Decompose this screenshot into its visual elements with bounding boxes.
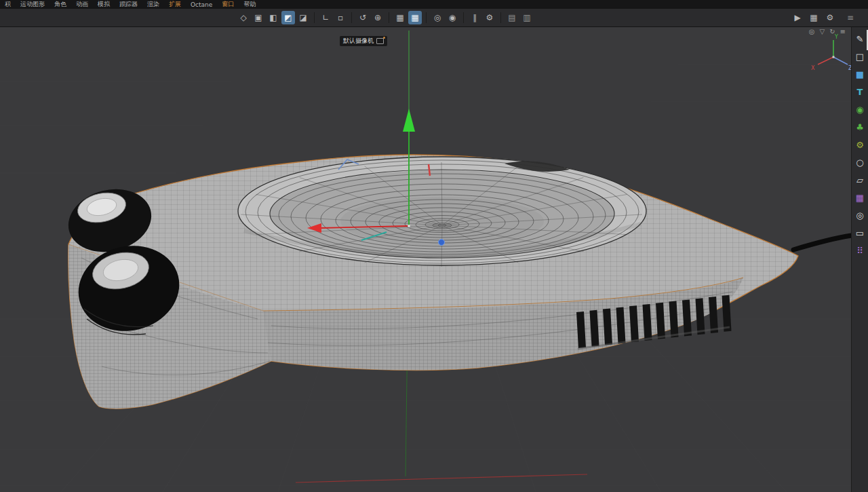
wireframe-model[interactable] xyxy=(62,155,851,409)
axis-orientation-gizmo[interactable]: Y X Z xyxy=(811,34,851,71)
menu-item-render[interactable]: 渲染 xyxy=(142,0,164,9)
toolbar-separator xyxy=(389,12,389,23)
layout-icon[interactable]: ≡ xyxy=(844,11,857,24)
axis-x-label: X xyxy=(811,65,815,71)
power-cable xyxy=(793,235,851,250)
camera-label-text: 默认摄像机 xyxy=(343,37,374,45)
viewport-menu-icon[interactable]: ≡ xyxy=(840,28,846,35)
quantize-icon[interactable]: ▦ xyxy=(408,11,422,24)
gizmo-center[interactable] xyxy=(408,225,410,227)
tweak-mode-icon[interactable]: ∥ xyxy=(468,11,481,24)
viewport-canvas: Y X Z xyxy=(0,27,851,492)
menu-item-mograph[interactable]: 运动图形 xyxy=(16,0,50,9)
viewport-header-icons: ◎ ▽ ↻ ≡ xyxy=(809,28,846,35)
object-tool-sidebar: ✎ □ ■ T ◉ ♣ ⚙ ○ ▱ ▦ ◎ ▭ ⠿ xyxy=(851,27,868,492)
volume-cube-icon[interactable]: ■ xyxy=(852,65,868,83)
subdivision-surface-icon[interactable]: ◉ xyxy=(852,100,868,118)
mode-tool-group: ◇ ▣ ◧ ◩ ◪ xyxy=(236,11,311,24)
grid-snap-icon[interactable]: ▦ xyxy=(393,11,407,24)
menu-item-octane[interactable]: Octane xyxy=(186,1,217,8)
bake-icon[interactable]: ▤ xyxy=(505,11,519,24)
display-mode-icon[interactable]: ◎ xyxy=(809,28,815,35)
picture-viewer-icon[interactable]: ▦ xyxy=(807,11,821,24)
render-button-group: ▶ ▦ ⚙ ≡ xyxy=(789,11,859,24)
grid-group: ▦ ▦ xyxy=(393,11,422,24)
snap-icon[interactable]: ◎ xyxy=(431,11,444,24)
z-axis-dot[interactable] xyxy=(439,240,445,246)
toolbar-separator xyxy=(500,12,501,23)
plane-icon[interactable]: ▱ xyxy=(852,171,868,189)
workplane-icon[interactable]: ∟ xyxy=(319,11,332,24)
menu-item-window[interactable]: 窗口 xyxy=(217,0,239,9)
modeling-settings-icon[interactable]: ⚙ xyxy=(483,11,496,24)
sky-icon[interactable]: ◎ xyxy=(852,206,868,224)
workplane-lock-icon[interactable]: ▫ xyxy=(334,11,347,24)
refresh-icon[interactable]: ↻ xyxy=(829,28,835,35)
3d-viewport[interactable]: Y X Z 默认摄像机 ◎ ▽ ↻ ≡ xyxy=(0,27,851,492)
coordinate-group: ↺ ⊕ xyxy=(355,11,385,24)
render-view-icon[interactable]: ▶ xyxy=(791,11,804,24)
snap-group: ◎ ◉ xyxy=(430,11,460,24)
generator-icon[interactable]: ♣ xyxy=(852,118,868,136)
cloner-icon[interactable]: ▦ xyxy=(852,189,868,206)
menu-item-help[interactable]: 帮助 xyxy=(239,0,260,9)
modeling-group: ∥ ⚙ xyxy=(467,11,497,24)
polygon-mode-icon[interactable]: ◩ xyxy=(281,11,295,24)
menu-item-extensions[interactable]: 扩展 xyxy=(164,0,186,9)
cube-primitive-icon[interactable]: □ xyxy=(852,48,868,65)
camera-icon xyxy=(376,38,384,44)
toolbar-separator xyxy=(314,12,315,23)
motext-icon[interactable]: T xyxy=(852,83,868,100)
camera-label[interactable]: 默认摄像机 xyxy=(340,36,387,46)
spline-circle-icon[interactable]: ○ xyxy=(852,153,868,171)
axis-modify-icon[interactable]: ⊕ xyxy=(371,11,384,24)
y-axis-arrow[interactable] xyxy=(403,109,415,132)
main-toolbar: ◇ ▣ ◧ ◩ ◪ ∟ ▫ ↺ ⊕ ▦ ▦ ◎ ◉ ∥ ⚙ ▤ ▥ ▶ ▦ ⚙ … xyxy=(0,9,868,27)
texture-mode-icon[interactable]: ◧ xyxy=(267,11,280,24)
filter-icon[interactable]: ▽ xyxy=(820,28,825,35)
toolbar-separator xyxy=(463,12,464,23)
coordinate-system-icon[interactable]: ↺ xyxy=(356,11,370,24)
menu-item-simulate[interactable]: 模拟 xyxy=(93,0,115,9)
world-x-axis-line xyxy=(296,474,587,482)
model-mode-icon[interactable]: ▣ xyxy=(252,11,265,24)
cache-icon[interactable]: ▥ xyxy=(520,11,534,24)
matrix-icon[interactable]: ⠿ xyxy=(852,242,868,259)
make-editable-icon[interactable]: ◇ xyxy=(237,11,250,24)
menu-item-character[interactable]: 角色 xyxy=(50,0,71,9)
menu-item-tracker[interactable]: 跟踪器 xyxy=(115,0,142,9)
menu-bar: 积 运动图形 角色 动画 模拟 跟踪器 渲染 扩展 Octane 窗口 帮助 xyxy=(0,0,868,9)
pen-tool-icon[interactable]: ✎ xyxy=(852,30,868,48)
bake-group: ▤ ▥ xyxy=(505,11,534,24)
deformer-gear-icon[interactable]: ⚙ xyxy=(852,136,868,153)
workplane-group: ∟ ▫ xyxy=(318,11,348,24)
toolbar-separator xyxy=(426,12,427,23)
render-settings-icon[interactable]: ⚙ xyxy=(823,11,837,24)
menu-item-volume[interactable]: 积 xyxy=(0,0,16,9)
turntable-platter xyxy=(238,157,646,267)
toolbar-separator xyxy=(351,12,352,23)
uv-mode-icon[interactable]: ◪ xyxy=(296,11,310,24)
menu-item-animate[interactable]: 动画 xyxy=(71,0,93,9)
magnet-snap-icon[interactable]: ◉ xyxy=(446,11,459,24)
floor-icon[interactable]: ▭ xyxy=(852,224,868,242)
